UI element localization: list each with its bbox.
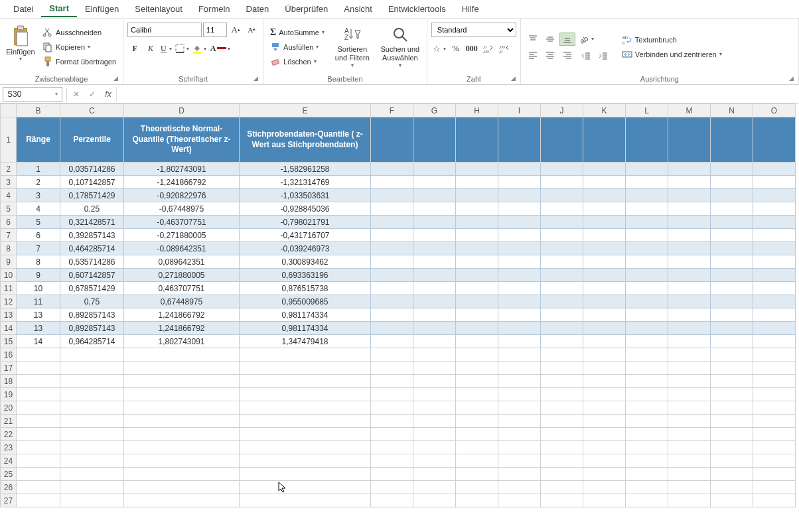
- col-header-O[interactable]: O: [753, 104, 796, 117]
- align-left-button[interactable]: [525, 48, 541, 62]
- cell[interactable]: [711, 362, 753, 375]
- row-header-26[interactable]: 26: [1, 481, 17, 494]
- bold-button[interactable]: F: [127, 41, 142, 56]
- cell[interactable]: [626, 255, 668, 269]
- italic-button[interactable]: K: [143, 41, 158, 56]
- cell[interactable]: [753, 335, 796, 348]
- cell[interactable]: [668, 163, 711, 176]
- cell[interactable]: [668, 189, 711, 202]
- cell[interactable]: [498, 335, 541, 348]
- cell[interactable]: [240, 415, 371, 428]
- cell[interactable]: [583, 441, 626, 454]
- cell[interactable]: [583, 229, 626, 242]
- cell[interactable]: [626, 388, 668, 401]
- row-header-9[interactable]: 9: [1, 255, 17, 269]
- font-size-select[interactable]: [203, 23, 227, 37]
- cell-C6[interactable]: 0,321428571: [60, 216, 124, 229]
- cell[interactable]: [626, 269, 668, 282]
- cell[interactable]: [124, 428, 240, 441]
- cell[interactable]: [583, 454, 626, 468]
- cell[interactable]: [371, 375, 413, 388]
- menu-item-überprüfen[interactable]: Überprüfen: [277, 1, 336, 17]
- cell[interactable]: [60, 441, 124, 454]
- number-format-select[interactable]: Standard: [431, 23, 516, 37]
- cell[interactable]: [60, 401, 124, 415]
- clipboard-dialog-launcher[interactable]: ◢: [113, 75, 121, 83]
- cell-C3[interactable]: 0,107142857: [60, 176, 124, 189]
- fill-color-button[interactable]: ▾: [192, 41, 208, 56]
- cell[interactable]: [456, 468, 498, 481]
- cell[interactable]: [498, 255, 541, 269]
- cell[interactable]: [456, 335, 498, 348]
- cell[interactable]: [753, 255, 796, 269]
- cell[interactable]: [456, 189, 498, 202]
- cell[interactable]: [541, 454, 583, 468]
- cell-E9[interactable]: 0,300893462: [240, 255, 371, 269]
- cell[interactable]: [626, 481, 668, 494]
- row-header-1[interactable]: 1: [1, 117, 17, 163]
- row-header-3[interactable]: 3: [1, 176, 17, 189]
- cell[interactable]: [626, 335, 668, 348]
- cell-E3[interactable]: -1,321314769: [240, 176, 371, 189]
- select-all-corner[interactable]: [1, 104, 17, 117]
- cell[interactable]: [541, 428, 583, 441]
- cell[interactable]: [456, 229, 498, 242]
- cell[interactable]: [668, 388, 711, 401]
- cell[interactable]: [456, 269, 498, 282]
- find-select-button[interactable]: Suchen und Auswählen ▾: [378, 23, 423, 71]
- menu-item-einfügen[interactable]: Einfügen: [77, 1, 127, 17]
- cell[interactable]: [60, 388, 124, 401]
- clear-button[interactable]: Löschen ▾: [267, 55, 327, 68]
- cell[interactable]: [541, 375, 583, 388]
- cell-E12[interactable]: 0,955009685: [240, 295, 371, 308]
- align-bottom-button[interactable]: [559, 33, 575, 46]
- cell[interactable]: [498, 269, 541, 282]
- sort-filter-button[interactable]: AZ Sortieren und Filtern ▾: [330, 23, 375, 71]
- cell[interactable]: [124, 415, 240, 428]
- col-header-D[interactable]: D: [124, 104, 240, 117]
- cell[interactable]: [371, 176, 413, 189]
- cell[interactable]: [60, 375, 124, 388]
- cell[interactable]: [124, 388, 240, 401]
- cell[interactable]: [753, 163, 796, 176]
- cell[interactable]: [711, 454, 753, 468]
- cell[interactable]: [668, 255, 711, 269]
- cell[interactable]: [240, 468, 371, 481]
- cell[interactable]: [456, 176, 498, 189]
- cell[interactable]: [753, 117, 796, 163]
- cell[interactable]: [124, 375, 240, 388]
- cell[interactable]: [240, 348, 371, 362]
- row-header-13[interactable]: 13: [1, 308, 17, 322]
- formula-input[interactable]: [116, 87, 799, 101]
- cell[interactable]: [668, 322, 711, 335]
- cell-D13[interactable]: 1,241866792: [124, 308, 240, 322]
- cell[interactable]: [541, 117, 583, 163]
- cell[interactable]: [60, 494, 124, 507]
- row-header-27[interactable]: 27: [1, 494, 17, 507]
- cell[interactable]: [753, 216, 796, 229]
- cell[interactable]: [668, 348, 711, 362]
- cell[interactable]: [413, 117, 456, 163]
- cell-E14[interactable]: 0,981174334: [240, 322, 371, 335]
- row-header-23[interactable]: 23: [1, 441, 17, 454]
- align-center-button[interactable]: [542, 48, 558, 62]
- cell[interactable]: [456, 282, 498, 295]
- cell-B12[interactable]: 11: [17, 295, 60, 308]
- border-button[interactable]: ▾: [175, 41, 190, 56]
- cell[interactable]: [413, 388, 456, 401]
- sheet-grid[interactable]: BCDEFGHIJKLMNO 1RängePerzentileTheoretis…: [0, 103, 799, 532]
- cell-E15[interactable]: 1,347479418: [240, 335, 371, 348]
- cell[interactable]: [711, 163, 753, 176]
- cell[interactable]: [371, 415, 413, 428]
- wrap-text-button[interactable]: abc Textumbruch: [619, 33, 725, 46]
- align-right-button[interactable]: [559, 48, 575, 62]
- cell-C14[interactable]: 0,892857143: [60, 322, 124, 335]
- cell[interactable]: [711, 295, 753, 308]
- cell-D14[interactable]: 1,241866792: [124, 322, 240, 335]
- align-top-button[interactable]: [525, 33, 541, 46]
- cell[interactable]: [413, 362, 456, 375]
- cell[interactable]: [124, 348, 240, 362]
- cell[interactable]: [124, 494, 240, 507]
- cell[interactable]: [498, 295, 541, 308]
- table-header-C[interactable]: Perzentile: [60, 117, 124, 163]
